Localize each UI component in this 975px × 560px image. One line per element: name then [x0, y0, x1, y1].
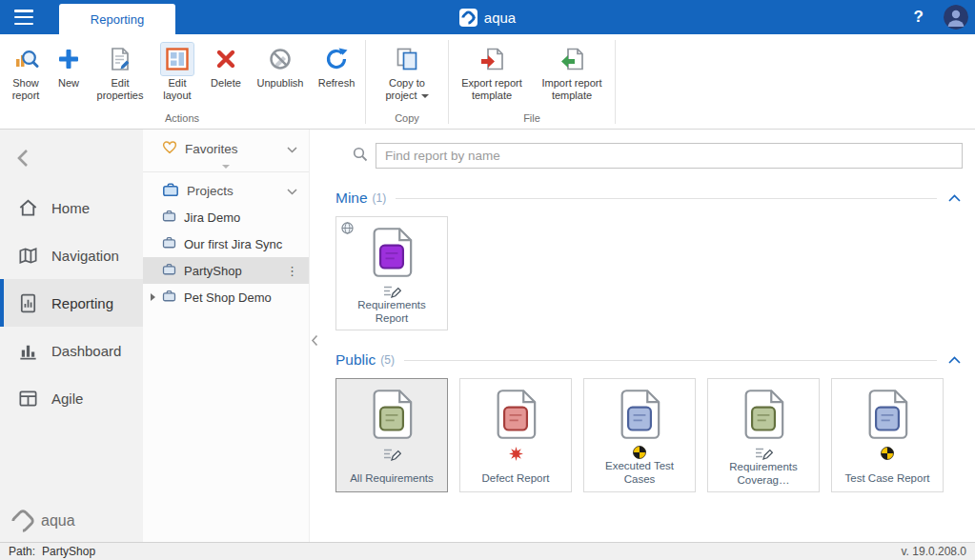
unpublish-label: Unpublish	[257, 77, 304, 90]
project-item-jira-demo[interactable]: Jira Demo	[143, 204, 309, 230]
ribbon-group-actions: Show report New Edit properties Edit lay…	[2, 34, 362, 129]
map-icon	[17, 245, 39, 267]
search-icon	[353, 147, 368, 166]
bar-chart-icon	[17, 340, 39, 362]
help-button[interactable]: ?	[908, 0, 929, 34]
sidebar-item-label: Reporting	[51, 295, 113, 311]
report-doc-icon	[742, 389, 784, 444]
refresh-icon	[324, 43, 349, 75]
report-card-requirements-report[interactable]: Requirements Report	[335, 216, 448, 330]
new-button[interactable]: New	[50, 34, 88, 110]
export-template-icon	[479, 43, 505, 75]
dropdown-caret-icon	[421, 94, 429, 98]
project-label: Our first Jira Sync	[184, 237, 282, 251]
report-card-test-case-report[interactable]: Test Case Report	[831, 378, 944, 492]
section-divider	[404, 360, 937, 361]
section-public-header: Public (5)	[335, 351, 963, 369]
mine-cards: Requirements Report	[335, 216, 963, 330]
show-report-label: Show report	[9, 77, 43, 102]
unpublish-button[interactable]: Unpublish	[250, 34, 311, 110]
section-count: (5)	[380, 353, 395, 367]
chevron-down-icon	[287, 184, 297, 198]
sidebar-item-label: Home	[51, 200, 90, 216]
report-card-label: Defect Report	[477, 471, 555, 491]
project-icon	[162, 262, 176, 279]
edit-properties-button[interactable]: Edit properties	[88, 34, 152, 110]
report-card-executed-test-cases[interactable]: Executed Test Cases	[583, 378, 696, 492]
ribbon-separator	[448, 40, 449, 124]
projects-header[interactable]: Projects	[143, 177, 309, 204]
report-document-icon	[17, 292, 39, 314]
project-item-partyshop[interactable]: PartyShop ⋮	[143, 257, 309, 284]
refresh-button[interactable]: Refresh	[311, 34, 362, 110]
group-label-file: File	[452, 110, 612, 129]
hamburger-menu-icon[interactable]	[10, 8, 39, 27]
project-label: PartyShop	[184, 264, 242, 278]
collapse-sidebar-button[interactable]	[10, 143, 36, 173]
collapse-section-icon[interactable]	[946, 354, 963, 366]
unpublish-icon	[268, 43, 293, 75]
top-bar: Reporting aqua ?	[0, 0, 975, 34]
delete-button[interactable]: Delete	[202, 34, 250, 110]
show-report-button[interactable]: Show report	[2, 34, 50, 110]
ribbon-toolbar: Show report New Edit properties Edit lay…	[0, 34, 975, 130]
project-item-our-first-jira-sync[interactable]: Our first Jira Sync	[143, 230, 309, 257]
path-value: PartyShop	[42, 545, 95, 558]
report-doc-icon	[866, 389, 908, 444]
left-sidebar: Home Navigation Reporting Dashboard Agil…	[0, 130, 143, 542]
report-card-label: Executed Test Cases	[584, 459, 695, 493]
report-doc-icon	[619, 389, 660, 444]
ribbon-group-file: Export report template Import report tem…	[452, 34, 612, 129]
aqua-footer-logo: aqua	[13, 511, 75, 530]
project-tree-panel: Favorites Projects Jira Demo Our first J…	[143, 130, 310, 542]
sidebar-item-home[interactable]: Home	[0, 184, 143, 231]
project-item-pet-shop-demo[interactable]: Pet Shop Demo	[143, 284, 309, 310]
sidebar-item-label: Dashboard	[51, 343, 121, 359]
tab-reporting[interactable]: Reporting	[59, 4, 175, 34]
favorites-divider[interactable]	[143, 162, 309, 172]
report-card-defect-report[interactable]: Defect Report	[459, 378, 572, 492]
sidebar-item-label: Agile	[51, 390, 83, 407]
heart-icon	[162, 140, 177, 157]
edit-properties-label: Edit properties	[94, 77, 146, 102]
defect-badge-icon	[509, 446, 523, 461]
version-label: v. 19.0.208.0	[902, 545, 967, 558]
sidebar-item-reporting[interactable]: Reporting	[0, 279, 143, 327]
edit-layout-button[interactable]: Edit layout	[152, 34, 202, 110]
collapse-panel-icon[interactable]	[311, 333, 318, 350]
collapse-section-icon[interactable]	[946, 192, 963, 204]
report-card-all-requirements[interactable]: All Requirements	[335, 378, 448, 492]
project-icon	[162, 209, 176, 226]
export-report-template-button[interactable]: Export report template	[452, 34, 532, 110]
edit-layout-icon	[161, 43, 193, 75]
search-input[interactable]	[376, 143, 963, 169]
context-menu-icon[interactable]: ⋮	[283, 264, 301, 278]
chevron-down-icon	[287, 142, 297, 156]
sidebar-item-dashboard[interactable]: Dashboard	[0, 327, 143, 374]
report-card-label: All Requirements	[345, 471, 438, 491]
user-avatar[interactable]	[944, 5, 968, 30]
copy-to-project-button[interactable]: Copy to project	[369, 34, 445, 110]
new-label: New	[58, 77, 79, 90]
favorites-header[interactable]: Favorites	[143, 135, 309, 162]
public-cards: All Requirements Defect Report Execute	[335, 378, 963, 492]
app-name: aqua	[484, 10, 516, 26]
import-report-template-button[interactable]: Import report template	[532, 34, 612, 110]
expand-arrow-icon[interactable]	[151, 293, 155, 301]
projects-label: Projects	[187, 184, 234, 198]
aqua-logo-text: aqua	[41, 512, 75, 530]
sidebar-item-agile[interactable]: Agile	[0, 374, 143, 422]
project-label: Jira Demo	[184, 210, 240, 225]
reports-panel: Mine (1) Requirements Report	[310, 130, 975, 542]
edit-properties-icon	[108, 43, 132, 75]
sidebar-item-navigation[interactable]: Navigation	[0, 231, 143, 279]
home-icon	[17, 197, 39, 219]
board-grid-icon	[17, 388, 39, 410]
section-title: Mine	[335, 190, 368, 207]
aqua-logo-icon	[13, 511, 32, 530]
copy-pages-icon	[395, 43, 419, 75]
report-card-requirements-coverage[interactable]: Requirements Coverag…	[707, 378, 820, 492]
edit-badge-icon	[383, 284, 401, 298]
group-label-copy: Copy	[369, 110, 445, 129]
status-bar: Path: PartyShop v. 19.0.208.0	[0, 542, 975, 560]
